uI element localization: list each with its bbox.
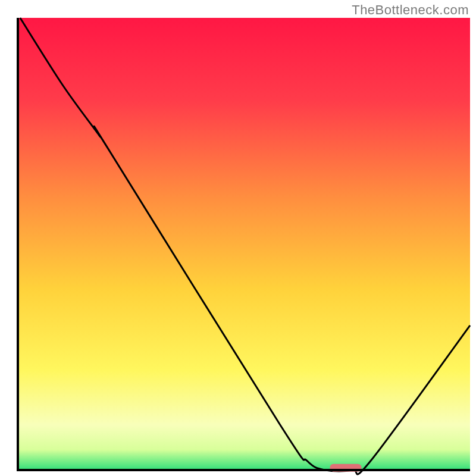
gradient-background bbox=[18, 18, 470, 470]
chart-svg bbox=[0, 0, 476, 476]
watermark-text: TheBottleneck.com bbox=[352, 2, 469, 18]
bottleneck-chart: TheBottleneck.com bbox=[0, 0, 476, 476]
